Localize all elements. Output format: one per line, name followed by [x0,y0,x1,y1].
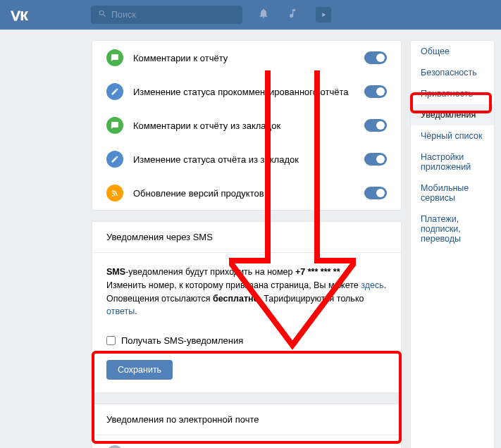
setting-row: Комментарии к отчёту [92,41,401,75]
answers-link[interactable]: ответы [106,306,135,316]
toggle-switch[interactable] [364,51,387,64]
sms-panel: Уведомления через SMS SMS-уведомления бу… [92,221,402,393]
sms-description: SMS-уведомления будут приходить на номер… [92,253,401,328]
search-icon [98,9,107,20]
sidebar-item[interactable]: Настройки приложений [411,147,494,178]
music-icon[interactable] [287,8,298,22]
email-panel: Уведомления по электронной почте Email д… [92,404,402,448]
sidebar-item[interactable]: Безопасность [411,62,494,83]
email-row: Email для уведомлений ***@yandex.ru· Изм… [92,435,401,448]
sidebar-item[interactable]: Приватность [411,83,494,104]
header: ᴠк [0,0,501,30]
setting-row: Изменение статуса отчёта из закладок [92,142,401,176]
setting-label: Изменение статуса отчёта из закладок [133,154,364,165]
sms-checkbox[interactable] [106,336,116,345]
sidebar-item[interactable]: Общее [411,41,494,62]
sidebar-item[interactable]: Мобильные сервисы [411,178,494,209]
sidebar-item[interactable]: Платежи, подписки, переводы [411,209,494,249]
sidebar-item[interactable]: Чёрный список [411,125,494,147]
toggle-switch[interactable] [364,153,387,166]
toggle-switch[interactable] [364,187,387,199]
save-button[interactable]: Сохранить [106,360,173,380]
comment-icon [106,117,123,134]
search-box[interactable] [91,6,242,24]
header-icons [258,7,331,23]
search-input[interactable] [111,10,235,20]
notifications-panel: Комментарии к отчёту Изменение статуса п… [92,40,402,211]
setting-row: Изменение статуса прокомментированного о… [92,75,401,108]
setting-label: Обновление версий продуктов [133,188,364,199]
sms-checkbox-label: Получать SMS-уведомления [121,335,243,346]
rss-icon [106,185,123,201]
bell-icon[interactable] [258,8,269,22]
sms-checkbox-row: Получать SMS-уведомления [92,328,401,353]
pencil-icon [106,151,123,168]
setting-row: Обновление версий продуктов [92,176,401,210]
sms-title: Уведомления через SMS [92,222,401,253]
change-number-link[interactable]: здесь [361,280,383,290]
email-title: Уведомления по электронной почте [92,404,401,435]
settings-sidebar: ОбщееБезопасностьПриватностьУведомленияЧ… [410,40,495,448]
comment-icon [106,49,123,66]
toggle-switch[interactable] [364,119,387,132]
toggle-switch[interactable] [364,85,387,98]
at-icon [106,445,123,448]
setting-row: Комментарии к отчёту из закладок [92,108,401,142]
logo[interactable]: ᴠк [11,5,27,25]
play-icon[interactable] [316,7,331,23]
pencil-icon [106,83,123,100]
setting-label: Комментарии к отчёту [133,53,364,63]
setting-label: Изменение статуса прокомментированного о… [133,87,364,97]
sidebar-item[interactable]: Уведомления [411,104,494,125]
setting-label: Комментарии к отчёту из закладок [133,120,364,131]
